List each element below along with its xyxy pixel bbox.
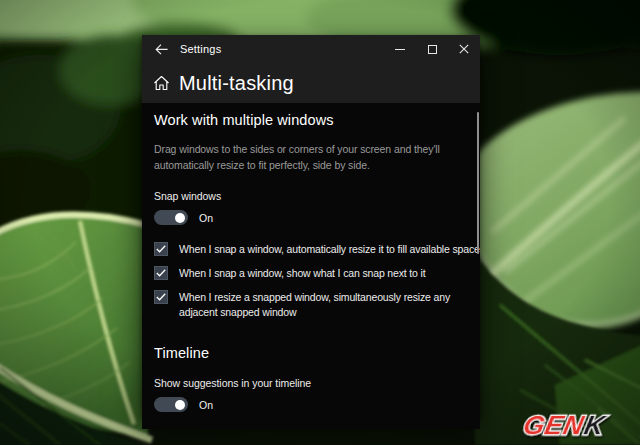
- timeline-section: Timeline Show suggestions in your timeli…: [154, 345, 468, 412]
- genk-watermark-logo: GENK: [514, 405, 632, 443]
- timeline-suggestions-label: Show suggestions in your timeline: [154, 377, 468, 389]
- settings-window: Settings Multi-tasking Work with multip: [142, 35, 480, 418]
- snap-options-list: When I snap a window, automatically resi…: [154, 242, 468, 320]
- checkmark-icon: [156, 293, 166, 301]
- checkbox-label: When I resize a snapped window, simultan…: [179, 290, 461, 320]
- checkbox-label: When I snap a window, show what I can sn…: [179, 266, 426, 280]
- section-heading-timeline: Timeline: [154, 345, 468, 361]
- watermark-gen: GEN: [521, 409, 588, 440]
- snap-windows-toggle[interactable]: [154, 210, 188, 225]
- checkbox-simultaneous-resize[interactable]: [154, 290, 168, 304]
- home-icon: [153, 75, 170, 91]
- checkbox-row-auto-resize[interactable]: When I snap a window, automatically resi…: [154, 242, 468, 256]
- page-title: Multi-tasking: [179, 72, 294, 95]
- minimize-icon: [395, 49, 405, 50]
- maximize-button[interactable]: [416, 35, 448, 63]
- checkbox-show-snap-next[interactable]: [154, 266, 168, 280]
- screenshot-root: Settings Multi-tasking Work with multip: [0, 0, 640, 445]
- snap-windows-toggle-row: On: [154, 210, 468, 225]
- arrow-left-icon: [155, 44, 168, 55]
- page-header: Multi-tasking: [142, 63, 480, 103]
- section-heading-multiple-windows: Work with multiple windows: [154, 112, 468, 128]
- snap-windows-toggle-state: On: [199, 212, 213, 224]
- svg-text:GENK: GENK: [521, 409, 610, 440]
- toggle-knob: [175, 400, 185, 410]
- settings-content: Work with multiple windows Drag windows …: [142, 103, 480, 429]
- timeline-suggestions-toggle[interactable]: [154, 397, 188, 412]
- checkbox-row-simultaneous-resize[interactable]: When I resize a snapped window, simultan…: [154, 290, 468, 320]
- close-button[interactable]: [448, 35, 480, 63]
- close-icon: [459, 44, 469, 54]
- snap-windows-label: Snap windows: [154, 190, 468, 202]
- checkbox-label: When I snap a window, automatically resi…: [179, 242, 480, 256]
- minimize-button[interactable]: [384, 35, 416, 63]
- checkmark-icon: [156, 269, 166, 277]
- back-button[interactable]: [142, 35, 180, 63]
- timeline-suggestions-toggle-row: On: [154, 397, 468, 412]
- app-title: Settings: [180, 43, 221, 55]
- titlebar: Settings: [142, 35, 480, 63]
- checkbox-row-show-snap-next[interactable]: When I snap a window, show what I can sn…: [154, 266, 468, 280]
- maximize-icon: [428, 45, 437, 54]
- timeline-suggestions-toggle-state: On: [199, 399, 213, 411]
- checkmark-icon: [156, 245, 166, 253]
- checkbox-auto-resize[interactable]: [154, 242, 168, 256]
- section-description: Drag windows to the sides or corners of …: [154, 142, 460, 173]
- scrollbar-thumb[interactable]: [477, 112, 479, 254]
- toggle-knob: [175, 213, 185, 223]
